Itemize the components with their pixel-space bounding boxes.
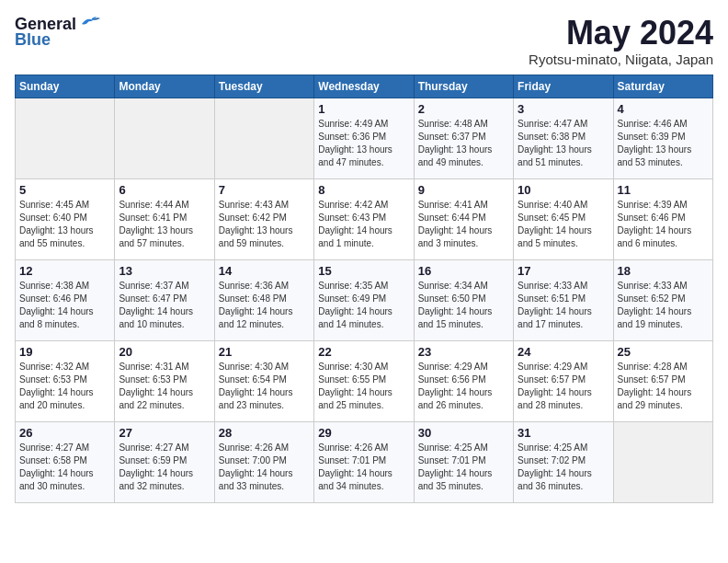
day-number: 15	[318, 264, 409, 278]
day-number: 8	[318, 183, 409, 197]
day-info: Sunrise: 4:29 AM Sunset: 6:56 PM Dayligh…	[418, 361, 509, 412]
day-info: Sunrise: 4:41 AM Sunset: 6:44 PM Dayligh…	[418, 199, 509, 250]
day-number: 1	[318, 102, 409, 116]
calendar-week-2: 5Sunrise: 4:45 AM Sunset: 6:40 PM Daylig…	[16, 178, 713, 259]
day-info: Sunrise: 4:48 AM Sunset: 6:37 PM Dayligh…	[418, 118, 509, 169]
month-title: May 2024	[529, 15, 713, 52]
day-number: 11	[618, 183, 709, 197]
calendar-cell: 8Sunrise: 4:42 AM Sunset: 6:43 PM Daylig…	[314, 178, 414, 259]
logo: General Blue	[15, 15, 100, 50]
calendar-cell: 5Sunrise: 4:45 AM Sunset: 6:40 PM Daylig…	[16, 178, 115, 259]
day-info: Sunrise: 4:40 AM Sunset: 6:45 PM Dayligh…	[518, 199, 609, 250]
calendar-body: 1Sunrise: 4:49 AM Sunset: 6:36 PM Daylig…	[16, 98, 713, 502]
calendar-cell: 29Sunrise: 4:26 AM Sunset: 7:01 PM Dayli…	[314, 421, 414, 502]
day-info: Sunrise: 4:36 AM Sunset: 6:48 PM Dayligh…	[219, 280, 310, 331]
calendar-cell: 23Sunrise: 4:29 AM Sunset: 6:56 PM Dayli…	[414, 340, 513, 421]
calendar-cell	[16, 98, 115, 178]
calendar-cell: 16Sunrise: 4:34 AM Sunset: 6:50 PM Dayli…	[414, 259, 513, 340]
calendar-cell: 6Sunrise: 4:44 AM Sunset: 6:41 PM Daylig…	[115, 178, 214, 259]
day-info: Sunrise: 4:30 AM Sunset: 6:55 PM Dayligh…	[318, 361, 409, 412]
day-number: 16	[418, 264, 509, 278]
weekday-header-sunday: Sunday	[16, 75, 115, 98]
day-info: Sunrise: 4:32 AM Sunset: 6:53 PM Dayligh…	[19, 361, 110, 412]
day-number: 9	[418, 183, 509, 197]
calendar-cell	[214, 98, 313, 178]
day-info: Sunrise: 4:37 AM Sunset: 6:47 PM Dayligh…	[119, 280, 210, 331]
day-info: Sunrise: 4:33 AM Sunset: 6:52 PM Dayligh…	[618, 280, 709, 331]
day-info: Sunrise: 4:27 AM Sunset: 6:58 PM Dayligh…	[19, 442, 110, 493]
weekday-header-tuesday: Tuesday	[214, 75, 313, 98]
day-number: 5	[19, 183, 110, 197]
day-number: 26	[19, 426, 110, 440]
calendar-cell: 31Sunrise: 4:25 AM Sunset: 7:02 PM Dayli…	[514, 421, 613, 502]
day-info: Sunrise: 4:35 AM Sunset: 6:49 PM Dayligh…	[318, 280, 409, 331]
title-section: May 2024 Ryotsu-minato, Niigata, Japan	[529, 15, 713, 67]
calendar-cell: 9Sunrise: 4:41 AM Sunset: 6:44 PM Daylig…	[414, 178, 513, 259]
day-number: 30	[418, 426, 509, 440]
day-number: 2	[418, 102, 509, 116]
calendar-cell: 30Sunrise: 4:25 AM Sunset: 7:01 PM Dayli…	[414, 421, 513, 502]
calendar-cell: 25Sunrise: 4:28 AM Sunset: 6:57 PM Dayli…	[613, 340, 712, 421]
calendar-cell: 13Sunrise: 4:37 AM Sunset: 6:47 PM Dayli…	[115, 259, 214, 340]
day-number: 12	[19, 264, 110, 278]
day-number: 24	[518, 345, 609, 359]
day-number: 19	[19, 345, 110, 359]
day-info: Sunrise: 4:34 AM Sunset: 6:50 PM Dayligh…	[418, 280, 509, 331]
day-number: 13	[119, 264, 210, 278]
calendar-cell: 2Sunrise: 4:48 AM Sunset: 6:37 PM Daylig…	[414, 98, 513, 178]
calendar-cell: 14Sunrise: 4:36 AM Sunset: 6:48 PM Dayli…	[214, 259, 313, 340]
day-info: Sunrise: 4:25 AM Sunset: 7:02 PM Dayligh…	[518, 442, 609, 493]
day-number: 10	[518, 183, 609, 197]
calendar-header: SundayMondayTuesdayWednesdayThursdayFrid…	[16, 75, 713, 98]
calendar-cell: 1Sunrise: 4:49 AM Sunset: 6:36 PM Daylig…	[314, 98, 414, 178]
calendar-cell: 4Sunrise: 4:46 AM Sunset: 6:39 PM Daylig…	[613, 98, 712, 178]
day-info: Sunrise: 4:44 AM Sunset: 6:41 PM Dayligh…	[119, 199, 210, 250]
calendar-cell: 18Sunrise: 4:33 AM Sunset: 6:52 PM Dayli…	[613, 259, 712, 340]
day-info: Sunrise: 4:42 AM Sunset: 6:43 PM Dayligh…	[318, 199, 409, 250]
calendar-week-4: 19Sunrise: 4:32 AM Sunset: 6:53 PM Dayli…	[16, 340, 713, 421]
logo-blue: Blue	[15, 30, 51, 50]
day-number: 21	[219, 345, 310, 359]
day-info: Sunrise: 4:46 AM Sunset: 6:39 PM Dayligh…	[618, 118, 709, 169]
calendar-week-3: 12Sunrise: 4:38 AM Sunset: 6:46 PM Dayli…	[16, 259, 713, 340]
calendar-cell: 27Sunrise: 4:27 AM Sunset: 6:59 PM Dayli…	[115, 421, 214, 502]
calendar-cell	[613, 421, 712, 502]
day-info: Sunrise: 4:26 AM Sunset: 7:00 PM Dayligh…	[219, 442, 310, 493]
day-number: 17	[518, 264, 609, 278]
day-number: 7	[219, 183, 310, 197]
location-title: Ryotsu-minato, Niigata, Japan	[529, 52, 713, 67]
calendar-cell: 10Sunrise: 4:40 AM Sunset: 6:45 PM Dayli…	[514, 178, 613, 259]
calendar-cell: 11Sunrise: 4:39 AM Sunset: 6:46 PM Dayli…	[613, 178, 712, 259]
day-info: Sunrise: 4:45 AM Sunset: 6:40 PM Dayligh…	[19, 199, 110, 250]
day-number: 28	[219, 426, 310, 440]
day-number: 20	[119, 345, 210, 359]
calendar-cell	[115, 98, 214, 178]
calendar-week-5: 26Sunrise: 4:27 AM Sunset: 6:58 PM Dayli…	[16, 421, 713, 502]
calendar-cell: 22Sunrise: 4:30 AM Sunset: 6:55 PM Dayli…	[314, 340, 414, 421]
page-header: General Blue May 2024 Ryotsu-minato, Nii…	[15, 15, 713, 67]
calendar-cell: 26Sunrise: 4:27 AM Sunset: 6:58 PM Dayli…	[16, 421, 115, 502]
calendar-cell: 15Sunrise: 4:35 AM Sunset: 6:49 PM Dayli…	[314, 259, 414, 340]
day-number: 22	[318, 345, 409, 359]
calendar-cell: 7Sunrise: 4:43 AM Sunset: 6:42 PM Daylig…	[214, 178, 313, 259]
weekday-header-friday: Friday	[514, 75, 613, 98]
calendar-cell: 12Sunrise: 4:38 AM Sunset: 6:46 PM Dayli…	[16, 259, 115, 340]
calendar-cell: 20Sunrise: 4:31 AM Sunset: 6:53 PM Dayli…	[115, 340, 214, 421]
day-number: 23	[418, 345, 509, 359]
weekday-row: SundayMondayTuesdayWednesdayThursdayFrid…	[16, 75, 713, 98]
day-info: Sunrise: 4:49 AM Sunset: 6:36 PM Dayligh…	[318, 118, 409, 169]
calendar-cell: 24Sunrise: 4:29 AM Sunset: 6:57 PM Dayli…	[514, 340, 613, 421]
day-number: 29	[318, 426, 409, 440]
day-number: 27	[119, 426, 210, 440]
day-number: 31	[518, 426, 609, 440]
day-info: Sunrise: 4:47 AM Sunset: 6:38 PM Dayligh…	[518, 118, 609, 169]
day-info: Sunrise: 4:33 AM Sunset: 6:51 PM Dayligh…	[518, 280, 609, 331]
day-info: Sunrise: 4:25 AM Sunset: 7:01 PM Dayligh…	[418, 442, 509, 493]
calendar-cell: 17Sunrise: 4:33 AM Sunset: 6:51 PM Dayli…	[514, 259, 613, 340]
calendar-cell: 19Sunrise: 4:32 AM Sunset: 6:53 PM Dayli…	[16, 340, 115, 421]
logo-bird-icon	[80, 15, 100, 31]
calendar-table: SundayMondayTuesdayWednesdayThursdayFrid…	[15, 75, 713, 503]
weekday-header-wednesday: Wednesday	[314, 75, 414, 98]
calendar-week-1: 1Sunrise: 4:49 AM Sunset: 6:36 PM Daylig…	[16, 98, 713, 178]
day-number: 18	[618, 264, 709, 278]
